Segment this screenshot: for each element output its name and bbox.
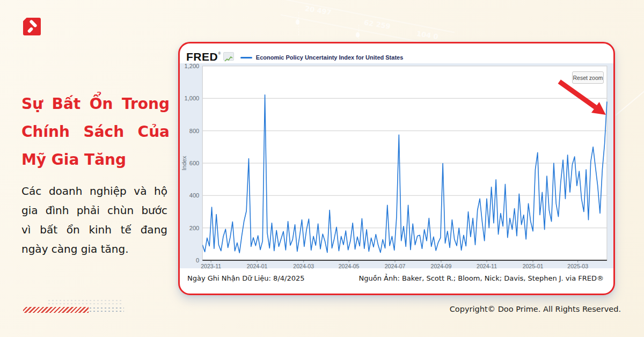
title-line: Sự Bất Ổn Trong — [21, 90, 170, 118]
watermark-dash — [358, 25, 359, 42]
page-title: Sự Bất Ổn Trong Chính Sách Của Mỹ Gia Tă… — [21, 90, 170, 174]
svg-text:1,200: 1,200 — [185, 63, 200, 69]
svg-text:2024-03: 2024-03 — [293, 263, 314, 268]
svg-text:1,000: 1,000 — [185, 95, 200, 101]
fred-logo: FRED ® — [186, 50, 234, 63]
svg-text:800: 800 — [189, 128, 199, 134]
svg-text:2024-09: 2024-09 — [431, 263, 452, 268]
watermark-number: 104 0 — [416, 30, 439, 41]
reset-zoom-button[interactable]: Reset zoom — [572, 71, 604, 84]
data-date-label: Ngày Ghi Nhận Dữ Liệu: 8/4/2025 — [187, 273, 305, 284]
svg-text:2024-01: 2024-01 — [247, 263, 268, 268]
watermark-number: 62 259 — [363, 18, 391, 31]
svg-text:2025-03: 2025-03 — [567, 263, 588, 268]
body-line: ngày càng gia tăng. — [21, 239, 167, 259]
svg-text:200: 200 — [189, 225, 199, 231]
watermark-dash — [298, 12, 299, 35]
diagonal-decor-line — [615, 89, 644, 115]
fred-logo-text: FRED — [186, 50, 218, 63]
svg-text:Index: Index — [181, 156, 187, 170]
svg-text:2024-11: 2024-11 — [477, 263, 497, 268]
body-line: gia đình phải chùn bước — [21, 201, 167, 220]
subtitle-text: Các doanh nghiệp và hộ gia đình phải chù… — [21, 181, 167, 259]
logo-slash-icon — [29, 19, 38, 28]
watermark-dot — [296, 19, 299, 25]
title-line: Mỹ Gia Tăng — [21, 146, 170, 174]
copyright-text: Copyright© Doo Prime. All Rights Reserve… — [450, 305, 621, 313]
uncertainty-index-line-chart: 02004006008001,0001,2002023-112024-01202… — [180, 63, 613, 268]
legend-label: Economic Policy Uncertainty Index for Un… — [256, 54, 403, 61]
source-credit-label: Nguồn Ảnh: Baker, Scott R.; Bloom, Nick;… — [358, 273, 604, 284]
banner-canvas: { "page": { "background_color": "#fbf5e8… — [0, 0, 644, 337]
chart-legend: Economic Policy Uncertainty Index for Un… — [240, 54, 403, 61]
legend-line-swatch — [240, 57, 252, 58]
watermark-number: 20 497 — [304, 4, 332, 17]
chart-plot-area: 02004006008001,0001,2002023-112024-01202… — [180, 63, 613, 268]
svg-text:0: 0 — [196, 257, 199, 263]
pixel-dot-grid — [47, 299, 123, 306]
chart-footer: Ngày Ghi Nhận Dữ Liệu: 8/4/2025 Nguồn Ản… — [187, 273, 604, 284]
body-line: vì bất ổn kinh tế đang — [21, 220, 167, 239]
body-line: Các doanh nghiệp và hộ — [21, 181, 167, 201]
svg-text:2025-01: 2025-01 — [523, 263, 544, 268]
watermark-decor: 20 497 62 259 104 0 — [279, 0, 456, 44]
svg-text:600: 600 — [189, 160, 199, 166]
svg-text:2024-05: 2024-05 — [339, 263, 360, 268]
watermark-dot — [356, 32, 360, 38]
chart-card: FRED ® Economic Policy Uncertainty Index… — [178, 42, 615, 295]
logo-slash-icon — [27, 27, 33, 33]
svg-text:2023-11: 2023-11 — [201, 263, 221, 268]
svg-text:400: 400 — [189, 192, 199, 199]
red-hatch-bar — [23, 307, 89, 313]
pixel-dot-grid — [89, 306, 124, 313]
chart-header: FRED ® Economic Policy Uncertainty Index… — [186, 50, 403, 63]
doo-prime-logo — [23, 18, 41, 35]
fred-sparkline-icon — [223, 52, 234, 61]
registered-mark: ® — [218, 52, 221, 55]
watermark-line — [281, 0, 455, 33]
svg-text:2024-07: 2024-07 — [385, 263, 406, 268]
title-line: Chính Sách Của — [21, 118, 170, 146]
